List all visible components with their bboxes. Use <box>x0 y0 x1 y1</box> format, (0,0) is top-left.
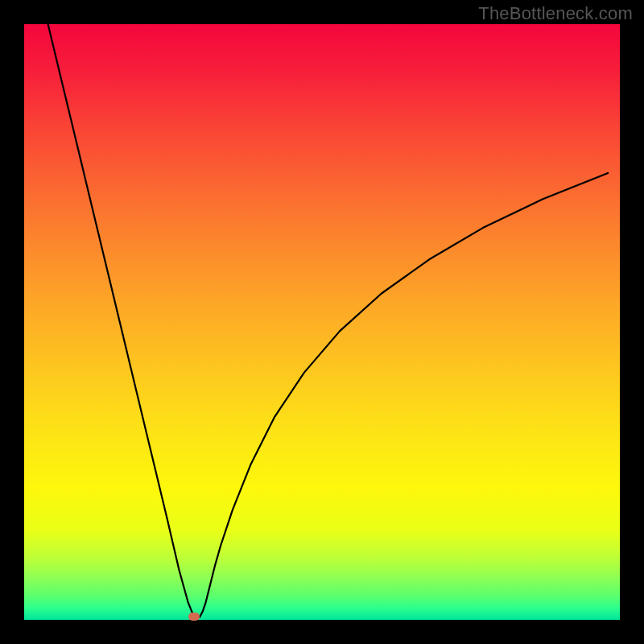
watermark-text: TheBottleneck.com <box>478 3 633 24</box>
min-marker-icon <box>188 613 200 621</box>
curve-svg <box>24 24 620 620</box>
plot-area <box>24 24 620 620</box>
curve-path <box>48 24 609 617</box>
chart-frame: TheBottleneck.com <box>0 0 644 644</box>
